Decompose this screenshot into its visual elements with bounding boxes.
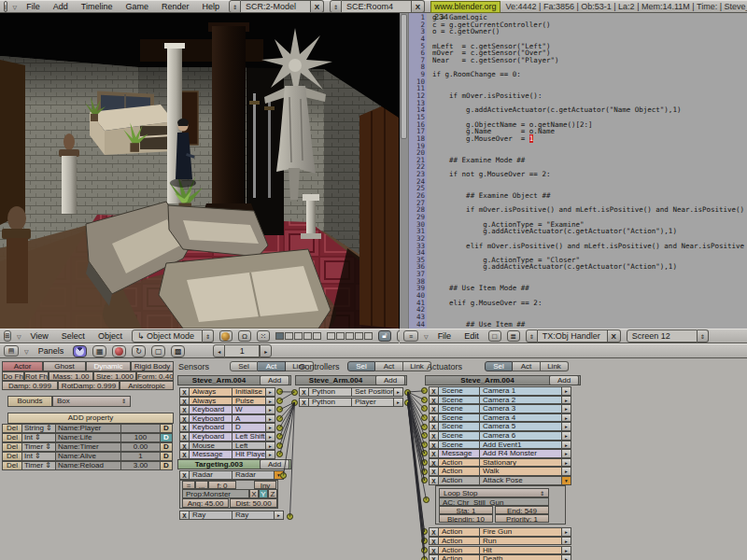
property-value-field[interactable]	[121, 424, 161, 433]
action-start-field[interactable]: Sta: 1	[439, 506, 493, 514]
controllers-owner-name[interactable]: Steve_Arm.004	[296, 376, 375, 385]
radar-axis-y[interactable]: Y	[259, 489, 268, 498]
bounds-toggle[interactable]: Bounds	[7, 396, 52, 407]
actuator-type[interactable]: Action	[439, 476, 480, 485]
lock-icon[interactable]: 🔓︎	[378, 330, 391, 342]
screen-delete-button[interactable]: X	[311, 0, 324, 13]
delete-sensor-button[interactable]: X	[179, 405, 190, 414]
rigidbody-toggle[interactable]: Rigid Body	[131, 361, 174, 371]
actor-toggle[interactable]: Actor	[2, 361, 43, 371]
link-dot[interactable]	[421, 397, 428, 403]
rotdamp-field[interactable]: RotDamp: 0.999	[58, 381, 120, 390]
delete-actuator-button[interactable]: X	[429, 422, 439, 431]
property-debug-toggle[interactable]: D	[161, 442, 173, 452]
property-name-field[interactable]: Name:Reload	[56, 461, 121, 470]
delete-property-button[interactable]: Del	[2, 442, 22, 452]
actuator-name[interactable]: Walk	[480, 467, 562, 476]
damp-field[interactable]: Damp: 0.999	[2, 381, 58, 390]
scene-delete-button[interactable]: X	[412, 0, 425, 13]
link-dot[interactable]	[291, 399, 298, 406]
sensors-owner-name[interactable]: Steve_Arm.004	[178, 376, 260, 385]
pivot-icon[interactable]: Ω	[238, 330, 251, 342]
delete-actuator-button[interactable]: X	[429, 396, 439, 405]
editor-scrollbar[interactable]	[400, 13, 409, 329]
sensor-type[interactable]: Always	[190, 387, 233, 397]
delete-actuator-button[interactable]: X	[429, 404, 439, 413]
menu-file[interactable]: File	[22, 2, 44, 11]
scene-buttons-icon[interactable]: ▩	[171, 345, 185, 357]
collapse-button[interactable]: ▸	[562, 413, 571, 423]
delete-sensor-button[interactable]: X	[179, 414, 190, 424]
sensor-name[interactable]: Pulse	[233, 397, 266, 406]
collapse-button[interactable]: ▸	[562, 467, 571, 476]
shading-buttons-icon[interactable]	[112, 345, 126, 357]
delete-sensor-button[interactable]: X	[179, 432, 190, 441]
actuator-type[interactable]: Scene	[439, 404, 480, 413]
scene-browse-button[interactable]: ⇕	[330, 0, 342, 13]
text-browse-button[interactable]: ⇕	[526, 329, 538, 343]
delete-actuator-button[interactable]: X	[429, 431, 439, 441]
property-type-dropdown[interactable]: Timer ⇕	[22, 442, 56, 452]
delete-sensor-button[interactable]: X	[179, 470, 190, 480]
sensor-name[interactable]: Initialise	[233, 387, 266, 397]
delete-controller-button[interactable]: X	[299, 387, 309, 397]
radar-prop-field[interactable]: Prop:Monster	[182, 489, 249, 498]
delete-sensor-button[interactable]: X	[179, 450, 190, 459]
sensor-type[interactable]: Radar	[190, 470, 233, 480]
sensor-type[interactable]: Keyboard	[190, 432, 233, 441]
controller-type[interactable]: Python	[309, 398, 352, 407]
actuators-sel-button[interactable]: Sel	[485, 361, 513, 371]
frame-value[interactable]: 1	[225, 344, 260, 357]
frame-up-button[interactable]: ▸	[260, 344, 272, 357]
snap-icon[interactable]: ⁙	[257, 330, 270, 342]
collapse-button[interactable]: ▸	[266, 423, 275, 432]
sensor-type[interactable]: Keyboard	[190, 423, 233, 432]
size-field[interactable]: Size: 1.000	[93, 371, 136, 381]
collapse-button[interactable]: ▸	[562, 441, 571, 450]
action-playmode-dropdown[interactable]: Loop Stop⇕	[439, 488, 549, 497]
delete-actuator-button[interactable]: X	[429, 467, 439, 476]
link-dot[interactable]	[421, 556, 428, 560]
sensor-name[interactable]: D	[233, 423, 266, 432]
menu-add[interactable]: Add	[49, 2, 72, 11]
property-type-dropdown[interactable]: Timer ⇕	[22, 461, 56, 470]
text-name[interactable]: TX:Obj Handler	[538, 329, 608, 343]
sensor-name[interactable]: Left Shift	[233, 432, 266, 441]
editor-type-icon-3dview[interactable]: ⊞	[4, 330, 11, 342]
collapse-button[interactable]: ▸	[562, 554, 571, 560]
link-dot[interactable]	[276, 433, 283, 440]
add-property-button[interactable]: ADD property	[7, 413, 174, 424]
property-value-field[interactable]: 100	[121, 433, 161, 442]
radar-dist-field[interactable]: Dist: 50.00	[230, 498, 277, 508]
object-buttons-icon[interactable]: ↻	[132, 345, 146, 357]
sensor-name[interactable]: Left	[233, 441, 266, 451]
menu-file-text[interactable]: File	[434, 331, 456, 341]
menu-game[interactable]: Game	[121, 2, 152, 11]
actuator-name[interactable]: Camera 1	[480, 386, 562, 396]
actuator-name[interactable]: Camera 2	[480, 396, 562, 405]
link-dot[interactable]	[421, 477, 428, 483]
collapse-button[interactable]: ▸	[562, 386, 571, 396]
property-debug-toggle[interactable]: D	[161, 433, 173, 442]
delete-sensor-button[interactable]: X	[179, 511, 190, 520]
actuator-type[interactable]: Scene	[439, 422, 480, 431]
delete-actuator-button[interactable]: X	[429, 537, 439, 546]
delete-controller-button[interactable]: X	[299, 398, 309, 407]
actuator-type[interactable]: Action	[439, 458, 480, 468]
actuators-add-button[interactable]: Add	[549, 375, 579, 385]
delete-actuator-button[interactable]: X	[429, 554, 439, 560]
screen-size-value[interactable]: Screen 12	[627, 329, 698, 343]
sensor-name[interactable]: W	[233, 405, 266, 414]
sensors-add-button[interactable]: Add	[260, 375, 289, 385]
menu-object[interactable]: Object	[94, 331, 126, 341]
radar-freq-field[interactable]: f: 0	[208, 481, 236, 489]
controllers-add-button[interactable]: Add	[375, 375, 405, 385]
actuator-name[interactable]: Attack Pose	[480, 476, 562, 485]
collapse-button[interactable]: ▸	[266, 397, 275, 406]
link-dot[interactable]	[421, 450, 428, 456]
link-dot[interactable]	[421, 441, 428, 448]
radar-axis-x[interactable]: X	[249, 489, 259, 498]
delete-sensor-button[interactable]: X	[179, 441, 190, 451]
actuators-act-button[interactable]: Act	[513, 361, 541, 371]
radar-angle-field[interactable]: Ang: 45.00	[182, 498, 229, 508]
